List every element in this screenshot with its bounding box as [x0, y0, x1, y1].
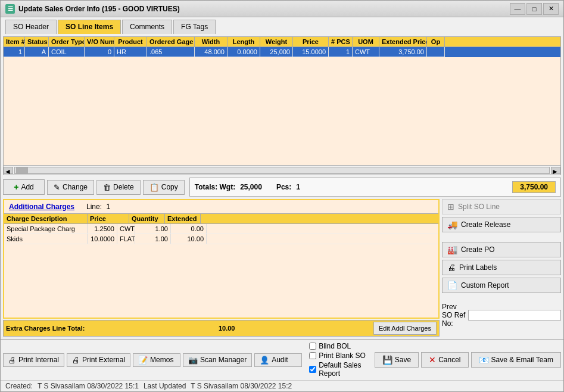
cell-price: 15.0000 — [293, 47, 329, 57]
tab-so-line-items[interactable]: SO Line Items — [58, 20, 121, 34]
cell-length: 0.0000 — [228, 47, 260, 57]
footer-right: 💾 Save ✕ Cancel 📧 Save & Email Team — [375, 352, 561, 368]
create-po-button[interactable]: 🏭 Create PO — [442, 242, 561, 257]
memos-icon: 📝 — [138, 356, 148, 365]
charges-total-label: Extra Charges Line Total: — [6, 325, 85, 332]
custom-report-button[interactable]: 📄 Custom Report — [442, 278, 561, 293]
blind-bol-row: Blind BOL — [309, 342, 367, 350]
charges-cell-qty-2: 1.00 — [135, 234, 171, 244]
col-header-item: Item # — [4, 37, 25, 46]
charges-header-row: Additional Charges Line: 1 — [4, 200, 438, 213]
create-release-button[interactable]: 🚚 Create Release — [442, 217, 561, 232]
tab-comments[interactable]: Comments — [122, 20, 172, 34]
blind-bol-checkbox[interactable] — [309, 343, 316, 350]
print-internal-icon: 🖨 — [8, 356, 16, 365]
additional-charges-section: Additional Charges Line: 1 Charge Descri… — [3, 199, 440, 319]
charges-grid-header: Charge Description Price Quantity Extend… — [4, 213, 438, 224]
save-email-button[interactable]: 📧 Save & Email Team — [471, 352, 562, 368]
print-labels-label: Print Labels — [459, 263, 497, 272]
delete-button[interactable]: 🗑 Delete — [96, 180, 141, 195]
totals-total-value: 3,750.00 — [512, 181, 556, 193]
split-icon: ⊞ — [447, 202, 454, 211]
save-email-label: Save & Email Team — [491, 356, 554, 364]
copy-label: Copy — [161, 183, 178, 191]
charges-col-price: Price — [88, 214, 129, 223]
cell-status: A — [25, 47, 49, 57]
horizontal-scrollbar[interactable]: ◄ ► — [4, 165, 560, 175]
memos-button[interactable]: 📝 Memos — [133, 353, 180, 367]
charges-row-1[interactable]: Special Package Charg 1.2500 CWT 1.00 0.… — [4, 224, 438, 234]
audit-label: Audit — [272, 356, 288, 364]
copy-button[interactable]: 📋 Copy — [143, 180, 185, 195]
spacer-2 — [442, 295, 561, 298]
print-external-icon: 🖨 — [72, 356, 80, 365]
additional-charges-title: Additional Charges — [7, 201, 77, 212]
edit-addl-charges-button[interactable]: Edit Addl Charges — [373, 322, 437, 335]
change-button[interactable]: ✎ Change — [47, 180, 94, 195]
created-value: T S Sivasailam 08/30/2022 15:1 — [38, 382, 139, 390]
close-button[interactable]: ✕ — [543, 3, 559, 15]
split-so-label: Split SO Line — [458, 203, 500, 211]
charges-cell-uom-2: FLAT — [117, 234, 135, 244]
print-external-button[interactable]: 🖨 Print External — [67, 353, 130, 367]
create-po-label: Create PO — [461, 245, 495, 254]
print-internal-label: Print Internal — [18, 356, 59, 364]
blind-bol-label: Blind BOL — [319, 342, 351, 350]
title-bar-left: ☰ Update Sales Order Info (195 - GOOD VI… — [5, 4, 180, 14]
save-email-icon: 📧 — [479, 355, 489, 365]
save-icon: 💾 — [382, 355, 392, 365]
print-labels-icon: 🖨 — [447, 263, 456, 272]
col-header-product: Product — [114, 37, 147, 46]
cell-vno: 0 — [85, 47, 114, 57]
updated-value: T S Sivasailam 08/30/2022 15:2 — [191, 382, 292, 390]
delete-icon: 🗑 — [103, 183, 111, 192]
prev-ref-input[interactable] — [468, 310, 561, 321]
cell-gage: .065 — [147, 47, 195, 57]
title-bar: ☰ Update Sales Order Info (195 - GOOD VI… — [1, 1, 563, 17]
scrollbar-thumb-h[interactable] — [16, 167, 28, 173]
prev-ref-row: Prev SO Ref No: — [442, 303, 561, 328]
table-row[interactable]: 1 A COIL 0 HR .065 48.000 0.0000 25,000 … — [4, 47, 560, 57]
charges-empty-area — [4, 244, 438, 268]
maximize-button[interactable]: □ — [526, 3, 542, 15]
bottom-section: Additional Charges Line: 1 Charge Descri… — [3, 199, 561, 337]
cancel-button[interactable]: ✕ Cancel — [421, 352, 468, 368]
totals-pcs-label: Pcs: — [276, 183, 291, 191]
print-blank-so-checkbox[interactable] — [309, 352, 316, 359]
scroll-right-btn[interactable]: ► — [551, 167, 560, 174]
scan-manager-button[interactable]: 📷 Scan Manager — [183, 353, 252, 367]
scroll-left-btn[interactable]: ◄ — [4, 167, 13, 174]
charges-cell-ext-2: 10.00 — [171, 234, 207, 244]
col-header-pcs: # PCS — [329, 37, 353, 46]
col-header-vno: V/O Numb — [85, 37, 114, 46]
col-header-op: Op — [427, 37, 445, 46]
cell-item: 1 — [4, 47, 25, 57]
tab-fg-tags[interactable]: FG Tags — [173, 20, 216, 34]
col-header-length: Length — [228, 37, 260, 46]
scrollbar-track-h[interactable] — [14, 167, 550, 174]
default-sales-report-checkbox[interactable] — [309, 366, 316, 373]
minimize-button[interactable]: — — [510, 3, 525, 15]
print-internal-button[interactable]: 🖨 Print Internal — [3, 353, 64, 367]
split-so-line-button[interactable]: ⊞ Split SO Line — [442, 199, 561, 214]
add-button[interactable]: + Add — [3, 179, 45, 195]
col-header-ext: Extended Price — [379, 37, 427, 46]
charges-row-2[interactable]: Skids 10.0000 FLAT 1.00 10.00 — [4, 234, 438, 244]
col-header-width: Width — [195, 37, 228, 46]
copy-icon: 📋 — [149, 183, 159, 192]
charges-cell-desc-2: Skids — [4, 234, 88, 244]
grid-header: Item # Status Order Type V/O Numb Produc… — [4, 37, 560, 47]
toolbar-row: + Add ✎ Change 🗑 Delete 📋 Copy Totals: W… — [3, 175, 561, 199]
right-panel: ⊞ Split SO Line 🚚 Create Release 🏭 Creat… — [442, 199, 561, 337]
audit-button[interactable]: 👤 Audit — [254, 353, 302, 367]
save-button[interactable]: 💾 Save — [375, 352, 419, 368]
create-release-label: Create Release — [461, 220, 510, 229]
main-window: ☰ Update Sales Order Info (195 - GOOD VI… — [0, 0, 564, 392]
col-header-price: Price — [293, 37, 329, 46]
tab-so-header[interactable]: SO Header — [5, 20, 57, 34]
cell-op — [427, 47, 445, 57]
print-labels-button[interactable]: 🖨 Print Labels — [442, 260, 561, 275]
line-label: Line: 1 — [86, 203, 110, 211]
change-label: Change — [63, 183, 88, 191]
charges-cell-qty-1: 1.00 — [135, 224, 171, 234]
